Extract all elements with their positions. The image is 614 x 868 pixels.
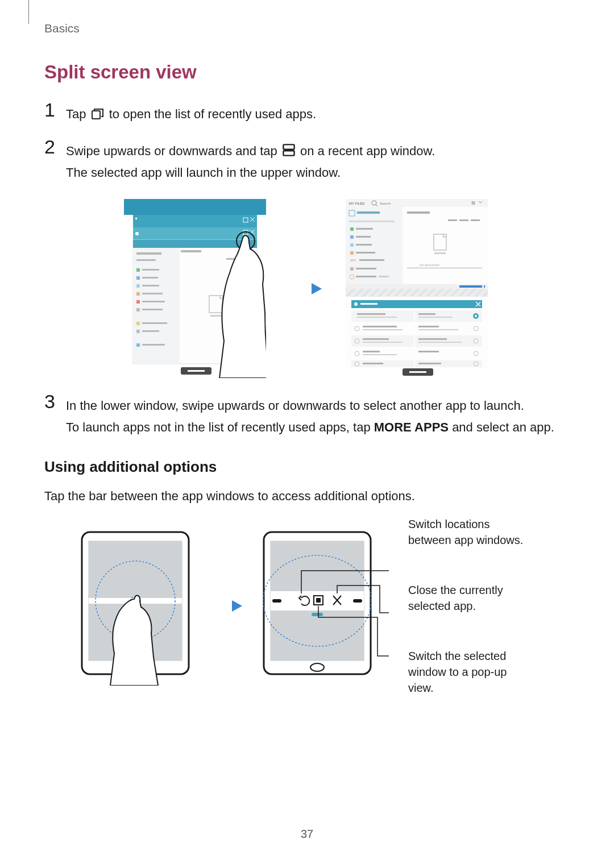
svg-rect-104 xyxy=(415,323,482,334)
step2-line2: The selected app will launch in the uppe… xyxy=(66,165,341,180)
svg-rect-66 xyxy=(356,252,375,254)
svg-rect-0 xyxy=(92,111,100,119)
callout-popup-view: Switch the selected window to a pop-up v… xyxy=(408,648,533,696)
svg-rect-83 xyxy=(459,285,482,288)
svg-rect-124 xyxy=(363,354,397,355)
svg-rect-107 xyxy=(363,326,397,327)
svg-text:APK: APK xyxy=(350,259,356,262)
svg-rect-1 xyxy=(283,145,294,149)
step-number: 2 xyxy=(44,137,66,156)
svg-rect-75 xyxy=(448,219,457,221)
svg-rect-27 xyxy=(136,300,140,304)
subheading-additional-options: Using additional options xyxy=(44,458,567,476)
svg-rect-18 xyxy=(136,259,156,261)
svg-rect-62 xyxy=(356,236,371,238)
arrow-right-icon xyxy=(209,597,243,614)
svg-text:MY FILES: MY FILES xyxy=(349,202,364,205)
svg-rect-116 xyxy=(363,342,403,343)
svg-rect-76 xyxy=(459,219,468,221)
svg-rect-24 xyxy=(142,285,159,286)
svg-rect-61 xyxy=(350,235,354,239)
svg-rect-37 xyxy=(181,250,201,252)
svg-rect-19 xyxy=(136,268,140,272)
svg-rect-2 xyxy=(283,151,294,156)
step-number: 1 xyxy=(44,100,66,119)
svg-rect-34 xyxy=(142,330,159,332)
step3-line2-post: and select an app. xyxy=(449,420,554,434)
page-number: 37 xyxy=(301,828,313,841)
svg-rect-52 xyxy=(472,201,472,205)
step2-text-post: on a recent app window. xyxy=(300,144,435,158)
svg-rect-68 xyxy=(359,259,384,261)
callout-close-app: Close the currently selected app. xyxy=(408,582,533,614)
tablet-screenshot-right: MY FILES Search APK xyxy=(346,199,488,378)
svg-text:text placeholder: text placeholder xyxy=(420,263,440,267)
svg-rect-38 xyxy=(226,258,234,260)
svg-rect-42 xyxy=(210,315,222,317)
svg-rect-80 xyxy=(407,267,482,269)
svg-rect-110 xyxy=(418,329,458,330)
step3-line2-pre: To launch apps not in the list of recent… xyxy=(66,420,374,434)
svg-rect-17 xyxy=(136,252,161,255)
svg-rect-59 xyxy=(350,227,354,231)
svg-rect-150 xyxy=(317,599,320,602)
svg-rect-60 xyxy=(356,228,373,230)
svg-rect-77 xyxy=(471,219,480,221)
svg-rect-53 xyxy=(473,201,474,205)
svg-rect-70 xyxy=(356,268,376,269)
svg-rect-123 xyxy=(363,351,380,352)
svg-rect-35 xyxy=(136,343,140,347)
step3-line1: In the lower window, swipe upwards or do… xyxy=(66,398,524,413)
svg-rect-33 xyxy=(136,330,140,333)
svg-rect-117 xyxy=(418,338,447,340)
svg-rect-111 xyxy=(351,335,414,347)
svg-rect-100 xyxy=(357,317,397,318)
svg-rect-102 xyxy=(418,317,453,318)
step-number: 3 xyxy=(44,392,66,411)
svg-rect-20 xyxy=(142,269,159,271)
svg-rect-65 xyxy=(350,251,354,255)
svg-rect-3 xyxy=(124,199,266,215)
step-1: 1 Tap to open the list of recently used … xyxy=(44,103,567,124)
svg-rect-69 xyxy=(350,267,354,271)
svg-rect-130 xyxy=(363,363,383,364)
svg-point-156 xyxy=(310,663,324,671)
figure-additional-options: Switch locations between app windows. Cl… xyxy=(44,516,567,696)
svg-rect-133 xyxy=(409,371,426,373)
section-header: Basics xyxy=(44,22,80,35)
step-3: 3 In the lower window, swipe upwards or … xyxy=(44,395,567,438)
svg-rect-109 xyxy=(418,326,439,327)
svg-rect-112 xyxy=(415,335,482,347)
svg-rect-21 xyxy=(136,276,140,280)
svg-rect-26 xyxy=(142,293,163,294)
svg-rect-145 xyxy=(271,541,364,591)
arrow-right-icon xyxy=(289,280,323,297)
svg-text:Search: Search xyxy=(380,202,391,205)
svg-rect-16 xyxy=(133,248,180,364)
svg-rect-30 xyxy=(142,309,163,310)
recent-apps-icon xyxy=(91,105,105,117)
tablet-illustration-left xyxy=(78,526,192,686)
svg-rect-54 xyxy=(474,201,475,205)
svg-rect-146 xyxy=(271,610,364,661)
svg-rect-72 xyxy=(356,276,376,277)
split-screen-icon xyxy=(282,142,296,153)
svg-rect-154 xyxy=(312,613,323,616)
svg-point-98 xyxy=(475,315,477,317)
svg-rect-79 xyxy=(434,252,446,254)
step1-text-post: to open the list of recently used apps. xyxy=(109,107,316,121)
options-body-text: Tap the bar between the app windows to a… xyxy=(44,486,567,506)
margin-rule xyxy=(28,0,29,24)
svg-rect-36 xyxy=(142,344,165,346)
svg-rect-32 xyxy=(142,322,167,324)
svg-rect-103 xyxy=(351,323,414,334)
svg-rect-23 xyxy=(136,284,140,288)
callout-switch-locations: Switch locations between app windows. xyxy=(408,516,533,548)
svg-rect-148 xyxy=(272,599,281,603)
figure-split-swipe: MY FILES Search APK xyxy=(44,199,567,378)
svg-point-91 xyxy=(354,302,358,306)
svg-rect-73 xyxy=(379,276,389,277)
svg-rect-101 xyxy=(418,313,435,315)
svg-rect-29 xyxy=(136,308,140,312)
svg-point-10 xyxy=(135,232,139,235)
